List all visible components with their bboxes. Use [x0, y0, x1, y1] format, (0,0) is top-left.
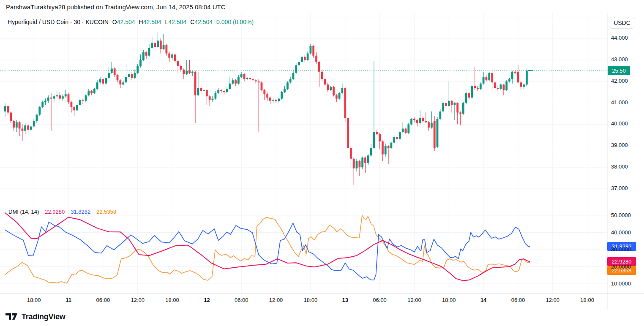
- dmi-plusdi-value: 31.8282: [71, 209, 90, 215]
- tradingview-logo[interactable]: TradingView: [5, 312, 65, 322]
- price-axis-label: 37.000: [611, 185, 628, 191]
- time-axis-label: 18:00: [165, 297, 179, 303]
- symbol-legend: Hyperliquid / USD Coin · 30 · KUCOIN O42…: [8, 19, 254, 25]
- time-axis-label: 06:00: [96, 297, 110, 303]
- symbol-title[interactable]: Hyperliquid / USD Coin · 30 · KUCOIN: [8, 19, 109, 25]
- countdown-badge: 25:50: [608, 66, 630, 75]
- time-axis-label: 12:00: [546, 297, 560, 303]
- ohlc-close: C42.504: [190, 19, 213, 25]
- currency-button[interactable]: USDC: [609, 17, 635, 29]
- price-pane[interactable]: [0, 33, 607, 185]
- time-axis-label: 18:00: [580, 297, 594, 303]
- dmi-legend: DMI (14, 14) 22.9280 31.8282 22.5358: [8, 209, 116, 215]
- time-axis-label: 11: [65, 297, 71, 303]
- candle-wicks-down: [8, 38, 521, 185]
- dmi-axis-label: 10.0000: [611, 280, 631, 287]
- time-axis-label: 12: [204, 297, 210, 303]
- chart-canvas[interactable]: [0, 0, 644, 326]
- time-axis-label: 06:00: [511, 297, 525, 303]
- grid-lines: [0, 13, 607, 293]
- dmi-axis-label: 30.0000: [611, 246, 631, 253]
- time-axis-label: 12:00: [131, 297, 145, 303]
- ohlc-high: H42.504: [139, 19, 161, 25]
- tradingview-logo-icon: [5, 312, 18, 322]
- price-axis-label: 42.000: [611, 78, 628, 84]
- dmi-pane[interactable]: [5, 213, 529, 283]
- time-axis-label: 14: [480, 297, 486, 303]
- dmi-adx-value: 22.9280: [45, 209, 65, 215]
- tradingview-logo-text: TradingView: [22, 312, 65, 321]
- time-axis-label: 12:00: [407, 297, 421, 303]
- price-axis-label: 43.000: [611, 56, 628, 62]
- dmi-axis-label: 40.0000: [611, 229, 631, 236]
- pane-separators: [0, 13, 644, 309]
- minus-di-line: [5, 215, 529, 283]
- time-axis-label: 06:00: [235, 297, 248, 303]
- time-axis-label: 13: [342, 297, 348, 303]
- dmi-minusdi-value: 22.5358: [96, 209, 116, 215]
- price-axis-label: 39.000: [611, 142, 628, 148]
- change-value: 0.000 (0.00%): [216, 19, 254, 25]
- time-axis-label: 12:00: [269, 297, 283, 303]
- price-axis-label: 38.000: [611, 163, 628, 170]
- time-axis-label: 18:00: [304, 297, 318, 303]
- price-axis-label: 40.000: [611, 120, 628, 127]
- ohlc-open: O42.504: [112, 19, 135, 25]
- ohlc-low: L42.504: [165, 19, 187, 25]
- dmi-title[interactable]: DMI (14, 14): [8, 209, 39, 215]
- time-axis-label: 18:00: [27, 297, 41, 303]
- time-axis-label: 06:00: [373, 297, 387, 303]
- adx-line: [5, 213, 529, 281]
- dmi-axis-label: 20.0000: [611, 264, 631, 270]
- time-axis-label: 18:00: [442, 297, 456, 303]
- dmi-axis-label: 50.0000: [611, 212, 631, 218]
- published-line: ParshwaTurakhiya28 published on TradingV…: [6, 3, 225, 11]
- price-axis-label: 44.000: [611, 35, 628, 41]
- price-axis-label: 41.000: [611, 99, 628, 106]
